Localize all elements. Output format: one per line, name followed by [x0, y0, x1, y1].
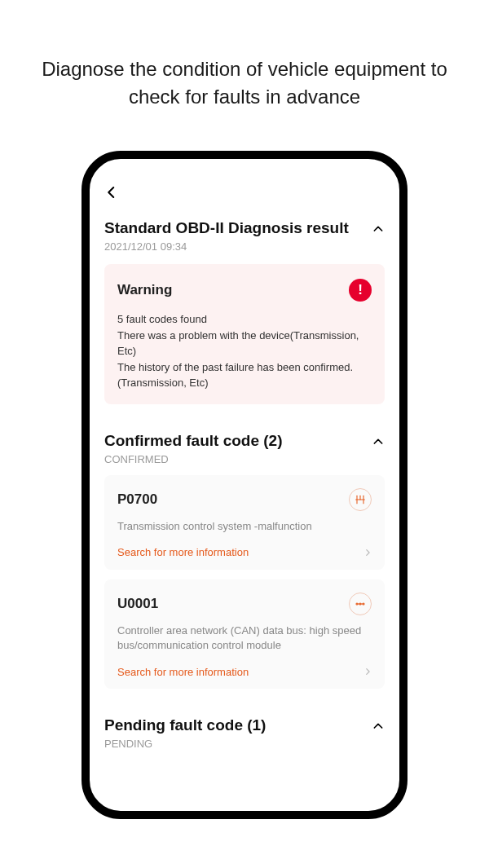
fault-code: P0700: [117, 491, 157, 508]
pending-title: Pending fault code (1): [104, 716, 266, 734]
search-more-info-link[interactable]: Search for more information: [117, 664, 372, 679]
warning-line: 5 fault codes found: [117, 311, 372, 328]
search-label: Search for more information: [117, 666, 249, 678]
fault-code: U0001: [117, 596, 158, 612]
warning-icon: !: [349, 279, 372, 302]
fault-description: Controller area network (CAN) data bus: …: [117, 623, 372, 653]
search-label: Search for more information: [117, 546, 249, 558]
can-bus-icon: [349, 593, 372, 615]
diagnosis-header[interactable]: Standard OBD-II Diagnosis result 2021/12…: [104, 219, 385, 253]
app-screen: Standard OBD-II Diagnosis result 2021/12…: [90, 159, 399, 750]
confirmed-title: Confirmed fault code (2): [104, 432, 283, 450]
back-icon[interactable]: [104, 185, 385, 200]
chevron-up-icon[interactable]: [372, 720, 385, 736]
pending-header[interactable]: Pending fault code (1) PENDING: [104, 716, 385, 750]
warning-line: There was a problem with the device(Tran…: [117, 328, 372, 359]
confirmed-sub: CONFIRMED: [104, 453, 283, 465]
chevron-right-icon: [363, 664, 372, 679]
chevron-up-icon[interactable]: [372, 435, 385, 452]
warning-line: The history of the past failure has been…: [117, 359, 372, 391]
chevron-up-icon[interactable]: [372, 223, 385, 239]
transmission-icon: [349, 488, 372, 511]
fault-description: Transmission control system -malfunction: [117, 519, 372, 534]
warning-title: Warning: [117, 282, 172, 298]
confirmed-header[interactable]: Confirmed fault code (2) CONFIRMED: [104, 432, 385, 465]
marketing-headline: Diagnose the condition of vehicle equipm…: [0, 0, 489, 110]
warning-body: 5 fault codes found There was a problem …: [117, 311, 372, 391]
diagnosis-timestamp: 2021/12/01 09:34: [104, 240, 349, 253]
fault-card: P0700 Transmission control system -malfu…: [104, 475, 385, 570]
search-more-info-link[interactable]: Search for more information: [117, 545, 372, 560]
phone-frame: Standard OBD-II Diagnosis result 2021/12…: [82, 151, 408, 819]
warning-card: Warning ! 5 fault codes found There was …: [104, 264, 385, 404]
fault-card: U0001 Controller area network (CAN) data…: [104, 579, 385, 689]
chevron-right-icon: [363, 545, 372, 560]
pending-sub: PENDING: [104, 738, 266, 750]
diagnosis-title: Standard OBD-II Diagnosis result: [104, 219, 349, 237]
